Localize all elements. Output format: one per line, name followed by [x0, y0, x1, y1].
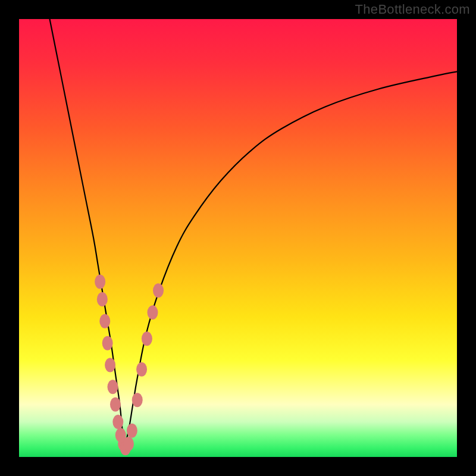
data-marker — [112, 415, 123, 429]
data-marker — [105, 358, 115, 372]
data-marker — [127, 424, 137, 438]
data-marker — [110, 397, 121, 412]
data-marker — [102, 336, 113, 350]
curve-layer — [19, 19, 457, 457]
data-marker — [142, 331, 152, 346]
data-markers — [95, 275, 164, 456]
data-marker — [136, 362, 147, 377]
chart-frame: TheBottleneck.com — [0, 0, 476, 476]
data-marker — [132, 393, 143, 407]
data-marker — [95, 275, 105, 289]
data-marker — [97, 292, 108, 306]
data-marker — [108, 380, 118, 394]
data-marker — [123, 437, 134, 451]
watermark-text: TheBottleneck.com — [355, 2, 470, 17]
plot-area — [19, 19, 457, 457]
data-marker — [153, 283, 164, 298]
data-marker — [147, 305, 158, 320]
right-branch — [124, 71, 457, 448]
data-marker — [99, 314, 110, 328]
